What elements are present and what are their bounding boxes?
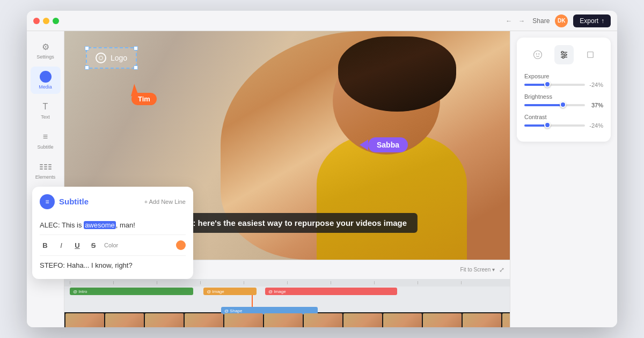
export-button[interactable]: Export ↑ [573,14,611,27]
subtitle-toolbar: B I U S Color [40,240,186,250]
timeline-ruler [64,279,510,286]
svg-point-2 [538,53,539,54]
ruler-tick [461,281,504,284]
face-tab[interactable] [528,45,547,64]
filmstrip-frame[interactable] [343,313,382,327]
ruler-tick [331,281,374,284]
subtitle-line-1: ALEC: This is awesome, man! [40,220,186,231]
track-row-main: @ Intro @ Image @ Image [67,288,507,296]
contrast-slider-row: -24% [524,122,603,129]
clip-intro[interactable]: @ Intro [70,288,193,295]
crop-tab[interactable] [581,45,600,64]
ruler-tick [70,281,113,284]
ruler-tick [374,281,418,284]
expand-button[interactable]: ⤢ [499,266,504,274]
clip-intro-label: @ Intro [73,289,87,294]
filmstrip-frame[interactable] [145,313,184,327]
share-label: Share [532,17,550,25]
logo-text: Logo [111,54,127,62]
resize-handle-tl[interactable] [85,46,89,50]
avatar: DK [555,14,568,27]
add-new-line-button[interactable]: + Add New Line [144,199,186,205]
settings-icon: ⚙ [40,41,52,53]
close-button[interactable] [33,18,40,24]
strikethrough-button[interactable]: S [88,241,99,249]
exposure-slider[interactable] [524,84,585,86]
svg-point-1 [536,53,537,54]
title-bar-right: ← → Share DK Export ↑ [503,14,611,27]
contrast-label: Contrast [524,114,603,120]
track-row-secondary: @ Shape [67,297,507,306]
svg-point-0 [533,51,541,59]
exposure-slider-row: -24% [524,82,603,88]
italic-button[interactable]: I [56,241,67,249]
sidebar-item-text[interactable]: T Text [31,97,61,124]
contrast-slider[interactable] [524,124,585,127]
right-panel: Exposure -24% Brightness [510,31,617,327]
tim-annotation: Tim [129,85,136,95]
filmstrip-frame[interactable] [423,313,462,327]
text-icon: T [40,101,52,113]
clip-image2[interactable]: @ Image [265,288,397,295]
sliders-tab[interactable] [554,45,574,64]
clip-image-label: @ Image [207,289,224,294]
ruler-tick [287,281,331,284]
maximize-button[interactable] [53,18,59,24]
sidebar-item-subtitle[interactable]: ≡ Subtitle [31,127,61,154]
exposure-value: -24% [588,82,603,88]
brightness-slider-row: 37% [524,102,603,108]
contrast-row: Contrast -24% [524,114,603,129]
filmstrip-frame[interactable] [383,313,422,327]
resize-handle-br[interactable] [134,65,138,70]
elements-label: Elements [35,174,56,180]
sabba-annotation: Sabba [360,137,408,152]
brightness-slider[interactable] [524,104,585,106]
resize-handle-bl[interactable] [85,65,89,70]
filmstrip-frame[interactable] [502,313,510,327]
timeline-area[interactable]: @ Intro @ Image @ Image @ Shape [64,279,510,327]
filmstrip-frame[interactable] [224,313,263,327]
bold-button[interactable]: B [40,241,50,249]
brightness-row: Brightness 37% [524,93,603,108]
center-area: Logo Tim DIANA: here's the easiest way t… [64,31,510,327]
subtitle-panel-title: Subtitle [59,197,89,206]
subtitle-text-block-1[interactable]: ALEC: This is awesome, man! [40,216,186,236]
back-arrow[interactable]: ← [503,16,514,26]
sidebar-item-elements[interactable]: Elements [31,157,61,184]
sidebar-item-settings[interactable]: ⚙ Settings [31,36,61,64]
tim-badge: Tim [131,93,157,105]
clip-image2-label: @ Image [268,289,286,294]
filmstrip-frame[interactable] [185,313,223,327]
fit-screen-label: Fit to Screen ▾ [460,267,495,273]
svg-point-7 [564,54,566,56]
ruler-marks [70,281,504,284]
minimize-button[interactable] [43,18,49,24]
canvas-logo[interactable]: Logo [86,47,137,69]
sidebar-item-media[interactable]: ▶ Media [31,67,61,94]
subtitle-panel-icon: ≡ [40,194,55,209]
subtitle-highlight: awesome [84,221,116,229]
adjust-card: Exposure -24% Brightness [517,38,611,142]
filmstrip-frame[interactable] [105,313,144,327]
filmstrip-frame[interactable] [304,313,342,327]
exposure-row: Exposure -24% [524,73,603,88]
forward-arrow[interactable]: → [516,16,527,26]
app-window: ← → Share DK Export ↑ ⚙ Settings ▶ Media… [27,11,617,327]
subtitle-title-row: ≡ Subtitle [40,194,89,209]
color-picker[interactable] [176,240,186,250]
sabba-arrow-icon [360,139,368,150]
export-icon: ↑ [601,17,604,25]
subtitle-line-2[interactable]: STEFO: Haha... I know, right? [40,259,186,271]
main-layout: ⚙ Settings ▶ Media T Text ≡ Subtitle [27,31,617,327]
color-label: Color [104,242,118,248]
elements-icon [40,161,52,173]
filmstrip-frame[interactable] [463,313,501,327]
filmstrip-frame[interactable] [264,313,303,327]
exposure-label: Exposure [524,73,603,79]
resize-handle-tr[interactable] [134,46,138,50]
subtitle-prefix: ALEC: This is [40,221,84,229]
underline-button[interactable]: U [72,241,83,249]
clip-image[interactable]: @ Image [203,288,256,295]
filmstrip-frame[interactable] [65,313,104,327]
video-subtitle-overlay: DIANA: here's the easiest way to repurpo… [157,213,418,233]
